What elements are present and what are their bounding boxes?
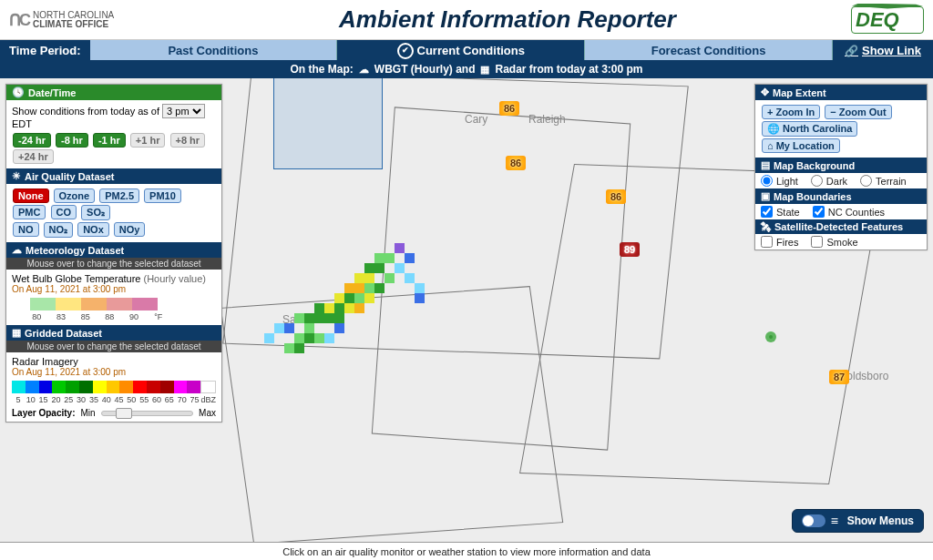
bg-terrain-radio[interactable]: Terrain (860, 175, 907, 187)
opacity-max: Max (199, 408, 216, 418)
tab-forecast[interactable]: Forecast Conditions (585, 40, 833, 60)
clock-icon (12, 87, 25, 98)
state-checkbox[interactable]: State (761, 206, 800, 218)
check-icon (397, 42, 417, 59)
radar-overlay (264, 233, 446, 361)
county-boundary (273, 78, 383, 169)
wbgt-marker[interactable]: 87 (829, 370, 849, 384)
meteo-body[interactable]: Wet Bulb Globe Temperature (Hourly value… (6, 270, 221, 325)
wbgt-marker[interactable]: 86 (499, 101, 519, 116)
aq-ozone-button[interactable]: Ozone (54, 188, 96, 203)
meteo-subtitle: On Aug 11, 2021 at 3:00 pm (12, 284, 216, 294)
wbgt-text: WBGT (Hourly) and (374, 63, 476, 76)
wbgt-legend-bar (30, 298, 158, 311)
extent-header: Map Extent (755, 85, 927, 100)
logo-bottom-text: CLIMATE OFFICE (33, 20, 114, 29)
datetime-header: Date/Time (6, 85, 221, 100)
minus-24hr-button[interactable]: -24 hr (13, 133, 51, 148)
grid-subtitle: On Aug 11, 2021 at 3:00 pm (12, 367, 216, 377)
home-icon (767, 140, 774, 151)
smoke-checkbox[interactable]: Smoke (811, 236, 857, 248)
aq-nox-button[interactable]: NOx (77, 222, 109, 237)
aq-none-button[interactable]: None (13, 188, 49, 203)
grid-title: Radar Imagery (12, 356, 216, 367)
tab-past[interactable]: Past Conditions (90, 40, 338, 60)
grid-hint: Mouse over to change the selected datase… (6, 341, 221, 352)
page-title: Ambient Information Reporter (164, 5, 851, 34)
meteo-title: Wet Bulb Globe Temperature (12, 273, 140, 284)
grid-icon (12, 327, 21, 339)
wbgt-legend-labels: 8083858890°F (25, 312, 170, 321)
meteo-hint: Mouse over to change the selected datase… (6, 258, 221, 270)
aq-pmc-button[interactable]: PMC (13, 205, 46, 219)
footer-hint: Click on an air quality monitor or weath… (0, 542, 933, 560)
tab-label: Time Period: (0, 40, 90, 60)
wbgt-marker[interactable]: 86 (506, 156, 526, 170)
satellite-header: Satellite-Detected Features (755, 219, 927, 234)
datetime-body: Show conditions from today as of 3 pm ED… (6, 100, 221, 168)
aq-pm10-button[interactable]: PM10 (144, 188, 181, 203)
boundaries-header: Map Boundaries (755, 188, 927, 204)
aq-body: None Ozone PM2.5 PM10 PMC CO SO₂ NO NO₂ … (6, 184, 221, 242)
fires-checkbox[interactable]: Fires (761, 236, 798, 248)
radar-legend-bar (12, 381, 216, 393)
aq-monitor-marker[interactable] (765, 331, 776, 342)
city-cary: Cary (465, 113, 487, 126)
minus-8hr-button[interactable]: -8 hr (56, 133, 88, 148)
layer-icon (761, 159, 770, 171)
opacity-row: Layer Opacity: Min Max (12, 408, 216, 418)
aq-so2-button[interactable]: SO₂ (81, 205, 110, 220)
border-icon (761, 190, 770, 202)
plus-8hr-button[interactable]: +8 hr (170, 133, 206, 148)
time-select[interactable]: 3 pm (162, 104, 205, 118)
aq-no2-button[interactable]: NO₂ (44, 222, 74, 238)
tab-current[interactable]: Current Conditions (337, 40, 585, 60)
toggle-icon (802, 514, 825, 527)
aq-no-button[interactable]: NO (13, 222, 39, 237)
grid-body[interactable]: Radar Imagery On Aug 11, 2021 at 3:00 pm… (6, 352, 221, 422)
mapbg-options: Light Dark Terrain (755, 173, 927, 188)
show-link-button[interactable]: Show Link (833, 40, 933, 60)
aq-noy-button[interactable]: NOy (114, 222, 146, 237)
plus-24hr-button[interactable]: +24 hr (13, 149, 54, 164)
opacity-slider[interactable] (101, 411, 193, 416)
grid-header: Gridded Dataset (6, 325, 221, 341)
zoom-out-button[interactable]: Zoom Out (825, 105, 891, 119)
bg-light-radio[interactable]: Light (761, 175, 798, 187)
menu-icon (831, 514, 842, 528)
cloud-icon (12, 244, 22, 256)
nc-extent-button[interactable]: North Carolina (762, 121, 857, 137)
minus-icon (830, 107, 836, 117)
top-header: ᑎC NORTH CAROLINA CLIMATE OFFICE Ambient… (0, 0, 933, 40)
map-area[interactable]: Cary Raleigh Sanford Goldsboro 86 86 86 … (0, 78, 933, 542)
aq-co-button[interactable]: CO (51, 205, 77, 219)
aq-header: Air Quality Dataset (6, 168, 221, 184)
satellite-icon (761, 221, 771, 232)
tz-label: EDT (12, 118, 32, 129)
wbgt-marker[interactable]: 89 (620, 242, 640, 257)
meteo-header: Meteorology Dataset (6, 242, 221, 258)
arrows-icon (761, 87, 769, 98)
bg-dark-radio[interactable]: Dark (811, 175, 847, 187)
wbgt-marker[interactable]: 86 (606, 189, 626, 204)
map-summary-bar: On the Map: WBGT (Hourly) and Radar from… (0, 60, 933, 78)
link-icon (845, 44, 858, 57)
show-menus-button[interactable]: Show Menus (792, 509, 924, 533)
plus-icon (767, 107, 773, 117)
aq-pm25-button[interactable]: PM2.5 (99, 188, 139, 203)
logo-top-text: NORTH CAROLINA (33, 11, 114, 20)
mapbg-header: Map Background (755, 158, 927, 173)
on-map-label: On the Map: (290, 63, 353, 76)
show-conditions-label: Show conditions from today as of (12, 106, 159, 117)
my-location-button[interactable]: My Location (762, 138, 840, 153)
sun-icon (12, 170, 21, 182)
city-raleigh: Raleigh (528, 113, 566, 126)
plus-1hr-button[interactable]: +1 hr (130, 133, 166, 148)
zoom-in-button[interactable]: Zoom In (762, 105, 820, 119)
counties-checkbox[interactable]: NC Counties (813, 206, 885, 218)
minus-1hr-button[interactable]: -1 hr (93, 133, 126, 148)
globe-icon (767, 123, 780, 134)
satellite-options: Fires Smoke (755, 234, 927, 249)
extent-body: Zoom In Zoom Out North Carolina My Locat… (755, 100, 927, 158)
slider-thumb[interactable] (116, 408, 132, 419)
